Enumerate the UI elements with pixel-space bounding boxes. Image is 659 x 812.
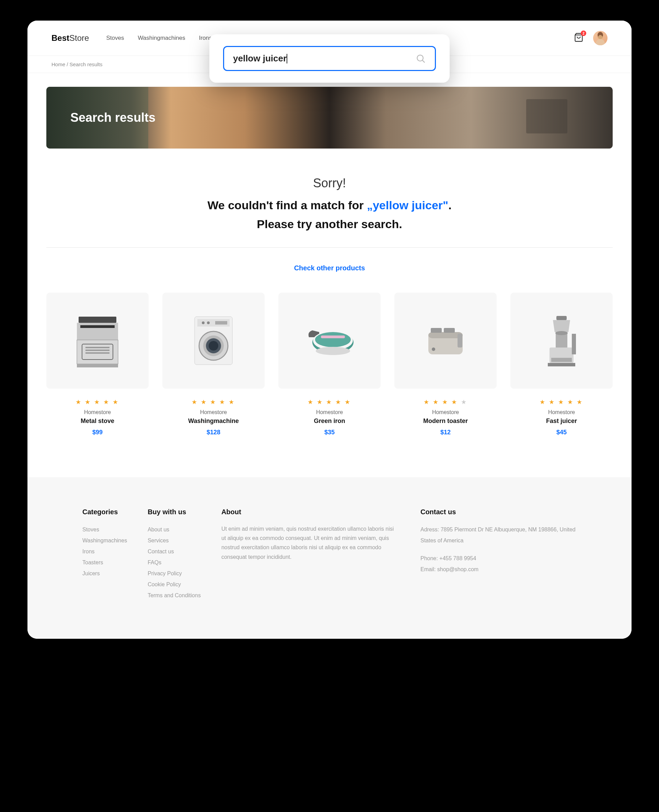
- svg-rect-9: [85, 347, 109, 348]
- footer-heading: Buy with us: [148, 508, 201, 516]
- svg-rect-10: [85, 349, 109, 351]
- footer-link[interactable]: Toasters: [82, 557, 127, 568]
- svg-rect-4: [79, 316, 117, 323]
- svg-rect-25: [321, 335, 345, 338]
- svg-point-35: [555, 331, 568, 335]
- svg-point-24: [315, 332, 351, 347]
- svg-rect-6: [80, 325, 115, 328]
- svg-rect-38: [572, 334, 576, 354]
- product-name: Fast juicer: [510, 417, 613, 425]
- text-cursor: [287, 54, 287, 63]
- check-other-link[interactable]: Check other products: [46, 264, 613, 272]
- product-card[interactable]: ★ ★ ★ ★ ★ Homestore Metal stove $99: [46, 293, 149, 436]
- product-brand: Homestore: [278, 409, 381, 415]
- footer-phone: Phone: +455 788 9954: [421, 553, 577, 564]
- svg-point-15: [202, 321, 205, 324]
- product-grid: ★ ★ ★ ★ ★ Homestore Metal stove $99 ★ ★ …: [46, 293, 613, 436]
- nav-stoves[interactable]: Stoves: [106, 35, 124, 41]
- svg-line-1: [422, 60, 424, 63]
- svg-rect-31: [457, 334, 462, 348]
- avatar[interactable]: [593, 31, 607, 45]
- footer-link[interactable]: Services: [148, 535, 201, 546]
- svg-rect-7: [77, 340, 118, 364]
- product-price: $99: [46, 429, 149, 436]
- cart-badge: 2: [581, 30, 586, 36]
- rating-stars: ★ ★ ★ ★ ★: [162, 398, 265, 406]
- product-price: $128: [162, 429, 265, 436]
- search-icon[interactable]: [416, 54, 426, 64]
- product-image: [394, 293, 497, 389]
- svg-rect-37: [551, 358, 572, 362]
- product-price: $35: [278, 429, 381, 436]
- footer-about: About Ut enim ad minim veniam, quis nost…: [221, 508, 400, 601]
- footer-link[interactable]: Irons: [82, 546, 127, 557]
- footer-about-text: Ut enim ad minim veniam, quis nostrud ex…: [221, 524, 400, 562]
- product-name: Green iron: [278, 417, 381, 425]
- footer-categories: Categories Stoves Washingmachines Irons …: [82, 508, 127, 601]
- banner: Search results: [46, 87, 613, 148]
- svg-point-21: [209, 341, 218, 351]
- no-match-text: We couldn't find a match for „yellow jui…: [46, 198, 613, 212]
- footer: Categories Stoves Washingmachines Irons …: [27, 477, 632, 639]
- svg-rect-39: [548, 363, 575, 367]
- logo[interactable]: BestStore: [52, 33, 89, 43]
- breadcrumb-current: Search results: [70, 61, 102, 67]
- rating-stars: ★ ★ ★ ★ ★: [278, 398, 381, 406]
- divider: [46, 247, 613, 248]
- product-brand: Homestore: [162, 409, 265, 415]
- try-again-text: Please try another search.: [46, 217, 613, 231]
- footer-link[interactable]: Stoves: [82, 524, 127, 535]
- product-brand: Homestore: [46, 409, 149, 415]
- footer-buy: Buy with us About us Services Contact us…: [148, 508, 201, 601]
- svg-rect-33: [557, 316, 567, 320]
- svg-rect-30: [444, 328, 455, 333]
- search-popup: yellow juicer: [210, 34, 449, 83]
- footer-heading: Categories: [82, 508, 127, 516]
- page-title: Search results: [70, 110, 156, 125]
- product-price: $12: [394, 429, 497, 436]
- product-card[interactable]: ★ ★ ★ ★ ★ Homestore Washingmachine $128: [162, 293, 265, 436]
- cart-button[interactable]: 2: [574, 33, 583, 44]
- product-image: [510, 293, 613, 389]
- svg-point-32: [432, 348, 435, 351]
- svg-point-26: [316, 347, 350, 355]
- product-image: [162, 293, 265, 389]
- footer-link[interactable]: Terms and Conditions: [148, 590, 201, 601]
- product-brand: Homestore: [394, 409, 497, 415]
- footer-link[interactable]: Contact us: [148, 546, 201, 557]
- footer-link[interactable]: About us: [148, 524, 201, 535]
- product-image: [46, 293, 149, 389]
- breadcrumb-home[interactable]: Home: [52, 61, 65, 67]
- sorry-heading: Sorry!: [46, 176, 613, 190]
- nav-washingmachines[interactable]: Washingmachines: [138, 35, 185, 41]
- footer-link[interactable]: Cookie Policy: [148, 579, 201, 590]
- svg-point-16: [207, 321, 210, 324]
- svg-rect-11: [85, 352, 109, 354]
- search-input-text: yellow juicer: [233, 53, 287, 64]
- footer-link[interactable]: FAQs: [148, 557, 201, 568]
- footer-link[interactable]: Washingmachines: [82, 535, 127, 546]
- footer-email: Email: shop@shop.com: [421, 564, 577, 575]
- product-card[interactable]: ★ ★ ★ ★ ★ Homestore Green iron $35: [278, 293, 381, 436]
- rating-stars: ★ ★ ★ ★ ★: [46, 398, 149, 406]
- svg-rect-17: [215, 321, 227, 324]
- footer-contact: Contact us Adress: 7895 Piermont Dr NE A…: [421, 508, 577, 601]
- footer-address: Adress: 7895 Piermont Dr NE Albuquerque,…: [421, 524, 577, 546]
- rating-stars: ★ ★ ★ ★ ★: [394, 398, 497, 406]
- product-name: Washingmachine: [162, 417, 265, 425]
- footer-heading: About: [221, 508, 400, 516]
- product-brand: Homestore: [510, 409, 613, 415]
- search-input-container[interactable]: yellow juicer: [223, 46, 436, 71]
- product-name: Metal stove: [46, 417, 149, 425]
- product-image: [278, 293, 381, 389]
- svg-rect-12: [77, 364, 118, 367]
- footer-link[interactable]: Juicers: [82, 568, 127, 579]
- svg-point-0: [417, 55, 423, 61]
- product-card[interactable]: ★ ★ ★ ★ ★ Homestore Modern toaster $12: [394, 293, 497, 436]
- product-price: $45: [510, 429, 613, 436]
- product-card[interactable]: ★ ★ ★ ★ ★ Homestore Fast juicer $45: [510, 293, 613, 436]
- product-name: Modern toaster: [394, 417, 497, 425]
- rating-stars: ★ ★ ★ ★ ★: [510, 398, 613, 406]
- footer-heading: Contact us: [421, 508, 577, 516]
- footer-link[interactable]: Privacy Policy: [148, 568, 201, 579]
